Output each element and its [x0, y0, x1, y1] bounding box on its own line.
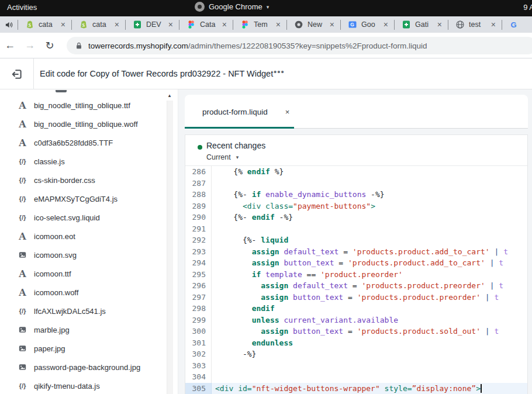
- browser-tab[interactable]: Scata×: [18, 16, 71, 33]
- browser-tab[interactable]: Cata×: [179, 16, 233, 33]
- file-name: eMAPMXSyTCgGdiT4.js: [34, 195, 118, 203]
- file-name: cs-skin-border.css: [34, 176, 95, 185]
- code-line[interactable]: 304: [185, 371, 527, 383]
- file-item[interactable]: {/}lfcAXLwjkDALc541.js: [0, 302, 164, 320]
- browser-tab[interactable]: DEV×: [126, 16, 179, 33]
- code-icon: {/}: [16, 195, 29, 202]
- file-item[interactable]: {/}cs-skin-border.css: [0, 171, 164, 189]
- code-line[interactable]: 302 -%}: [185, 348, 527, 360]
- code-line[interactable]: 297 assign button_text = 'products.produ…: [185, 292, 527, 303]
- close-icon[interactable]: ×: [285, 108, 290, 116]
- browser-tab[interactable]: GGoo×: [341, 16, 394, 33]
- audio-indicator-icon[interactable]: [0, 16, 18, 33]
- code-text: assign button_text = 'products.product.s…: [212, 326, 527, 337]
- activities-button[interactable]: Activities: [7, 3, 37, 12]
- code-line[interactable]: 298 endif: [185, 303, 527, 314]
- browser-tab-title: DEV: [146, 20, 164, 29]
- forward-button[interactable]: →: [20, 39, 40, 51]
- editor-tab-bar: product-form.liquid ×: [185, 95, 528, 129]
- code-line[interactable]: 300 assign button_text = 'products.produ…: [185, 326, 527, 337]
- code-line[interactable]: 286 {% endif %}: [185, 166, 527, 178]
- file-item[interactable]: {/}eMAPMXSyTCgGdiT4.js: [0, 189, 164, 208]
- code-line[interactable]: 303: [185, 360, 527, 372]
- code-line[interactable]: 295 if template == 'product.preorder': [185, 269, 527, 281]
- code-editor[interactable]: 286 {% endif %}287288 {%- if enable_dyna…: [185, 166, 527, 394]
- close-icon[interactable]: ×: [115, 20, 119, 29]
- browser-tab[interactable]: New×: [287, 16, 340, 33]
- file-item[interactable]: Abig_noodle_titling_oblique.woff: [0, 115, 164, 133]
- code-line[interactable]: 291: [185, 223, 527, 235]
- file-name: classie.js: [34, 157, 65, 166]
- code-line[interactable]: 296 assign default_text = 'products.prod…: [185, 280, 527, 292]
- file-item[interactable]: Aicomoon.eot: [0, 227, 164, 246]
- close-icon[interactable]: ×: [168, 20, 173, 29]
- code-line[interactable]: 288 {%- if enable_dynamic_buttons -%}: [185, 189, 527, 201]
- version-dropdown[interactable]: Current ▾: [206, 153, 239, 161]
- close-icon[interactable]: ×: [222, 20, 227, 29]
- browser-tab[interactable]: G: [502, 16, 532, 33]
- browser-tab-title: Goo: [361, 20, 379, 29]
- close-icon[interactable]: ×: [437, 20, 442, 29]
- code-line[interactable]: 301 endunless: [185, 337, 527, 349]
- code-text: [212, 223, 527, 235]
- close-icon[interactable]: ×: [384, 20, 388, 29]
- screen: Activities Google Chrome ▾ 9 A Scata×Sca…: [0, 0, 532, 394]
- editor-tab-product-form[interactable]: product-form.liquid ×: [185, 95, 289, 129]
- sidebar-scrollbar[interactable]: [167, 101, 173, 394]
- code-line[interactable]: 287: [185, 178, 527, 189]
- file-item[interactable]: icomoon.svg: [0, 246, 164, 264]
- code-icon: {/}: [16, 307, 29, 314]
- file-name: c0df3a6b528fdd85.TTF: [34, 139, 113, 147]
- close-icon[interactable]: ×: [276, 20, 281, 29]
- browser-tab[interactable]: Tem×: [233, 16, 286, 33]
- file-item[interactable]: Ac0df3a6b528fdd85.TTF: [0, 133, 164, 152]
- file-item[interactable]: password-page-background.jpg: [0, 358, 164, 376]
- admin-header: Edit code for Copy of Tower Records prd0…: [0, 58, 532, 89]
- more-actions-button[interactable]: •••: [274, 67, 285, 77]
- browser-tab[interactable]: Scata×: [72, 16, 125, 33]
- browser-tab-title: Tem: [254, 20, 272, 29]
- file-name: paper.jpg: [34, 344, 65, 353]
- reload-button[interactable]: ↻: [40, 39, 60, 52]
- url-text: towerrecords.myshopify.com/admin/themes/…: [88, 42, 427, 50]
- code-line[interactable]: 293 assign default_text = 'products.prod…: [185, 246, 527, 258]
- system-clock[interactable]: 9 A: [523, 3, 532, 12]
- close-icon[interactable]: ×: [61, 20, 65, 29]
- line-number: 293: [185, 246, 212, 258]
- code-line[interactable]: 292 {%- liquid: [185, 234, 527, 246]
- line-number: 294: [185, 257, 212, 269]
- code-line[interactable]: 290 {%- endif -%}: [185, 212, 527, 223]
- font-icon: A: [16, 287, 29, 298]
- exit-code-editor-button[interactable]: [11, 68, 23, 81]
- close-icon[interactable]: ×: [330, 20, 334, 29]
- code-text: {%- endif -%}: [212, 212, 527, 223]
- code-line[interactable]: 299 unless current_variant.available: [185, 314, 527, 326]
- image-icon: [16, 326, 29, 334]
- line-number: 303: [185, 360, 212, 372]
- file-name: password-page-background.jpg: [34, 363, 140, 372]
- file-item[interactable]: {/}classie.js: [0, 152, 164, 171]
- code-line[interactable]: 294 assign button_text = 'products.produ…: [185, 257, 527, 269]
- file-item[interactable]: Aicomoon.woff: [0, 283, 164, 302]
- close-icon[interactable]: ×: [491, 20, 496, 29]
- line-number: 287: [185, 178, 212, 189]
- file-item[interactable]: {/}ico-select.svg.liquid: [0, 208, 164, 227]
- chevron-down-icon: ▾: [267, 4, 270, 10]
- line-number: 290: [185, 212, 212, 223]
- address-bar[interactable]: towerrecords.myshopify.com/admin/themes/…: [67, 37, 532, 54]
- sidebar-scroll-up-button[interactable]: ▴: [165, 91, 174, 99]
- browser-tab-strip: Scata×Scata×DEV×Cata×Tem×New×GGoo×Gati×t…: [0, 16, 532, 33]
- file-item[interactable]: Abig_noodle_titling_oblique.ttf: [0, 96, 164, 115]
- file-item[interactable]: Aicomoon.ttf: [0, 264, 164, 283]
- status-dot: [198, 145, 202, 150]
- browser-tab[interactable]: test×: [448, 16, 502, 33]
- app-menu[interactable]: Google Chrome ▾: [195, 2, 269, 12]
- browser-tab[interactable]: Gati×: [395, 16, 448, 33]
- line-number: 304: [185, 371, 212, 383]
- code-line-active[interactable]: 305<div id="nft-widget-buttons-wrapper" …: [185, 383, 527, 394]
- code-line[interactable]: 289 <div class="payment-buttons">: [185, 201, 527, 212]
- file-item[interactable]: {/}qikify-tmenu-data.js: [0, 376, 164, 394]
- file-item[interactable]: paper.jpg: [0, 339, 164, 358]
- back-button[interactable]: ←: [0, 39, 20, 51]
- file-item[interactable]: marble.jpg: [0, 320, 164, 339]
